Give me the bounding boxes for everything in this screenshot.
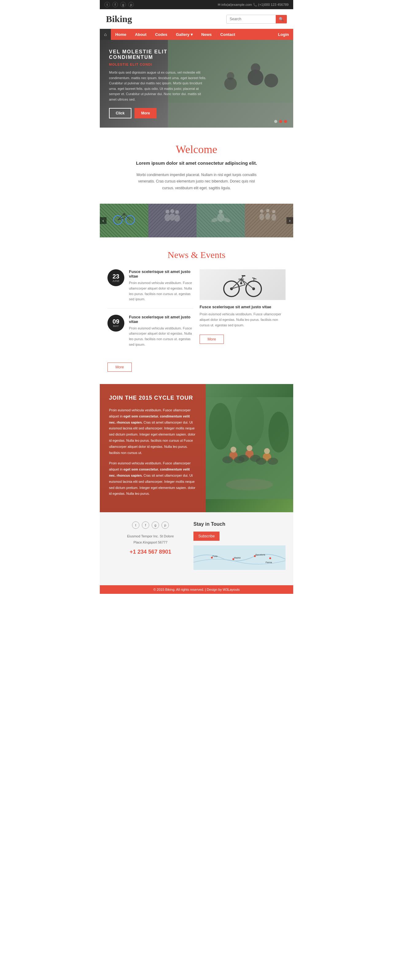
svg-point-47 <box>268 412 289 452</box>
news-right-more-button[interactable]: More <box>200 335 224 344</box>
nav-home-icon[interactable]: ⌂ <box>100 29 111 40</box>
footer-facebook[interactable]: f <box>142 522 149 529</box>
dot-2[interactable] <box>279 120 282 123</box>
social-links[interactable]: t f g p <box>104 2 136 7</box>
gallery-strip: ‹ <box>100 204 293 237</box>
search-input[interactable] <box>227 15 276 23</box>
nav-contact[interactable]: Contact <box>216 29 240 40</box>
join-paragraph-2: Proin euismod vehicula vestibulum. Fusce… <box>109 460 196 497</box>
news-right: Fusce scelerisque sit amet justo vitae P… <box>200 269 286 372</box>
footer-pinterest[interactable]: p <box>161 522 169 529</box>
join-paragraph-1: Proin euismod vehicula vestibulum. Fusce… <box>109 407 196 456</box>
news-content-2: Fusce scelerisque sit amet justo vitae P… <box>129 315 193 347</box>
google-link[interactable]: g <box>120 2 126 7</box>
svg-point-51 <box>230 447 236 452</box>
dot-1[interactable] <box>274 120 277 123</box>
svg-point-24 <box>260 210 264 213</box>
site-header: Biking 🔍 <box>100 9 293 29</box>
svg-point-14 <box>166 210 169 214</box>
footer-phone: +1 234 567 8901 <box>107 549 193 555</box>
svg-point-5 <box>264 74 278 88</box>
svg-text:Porto: Porto <box>212 555 218 557</box>
svg-point-59 <box>264 448 270 454</box>
news-item-2: 09 MAY Fusce scelerisque sit amet justo … <box>107 315 193 353</box>
twitter-link[interactable]: t <box>104 2 110 7</box>
svg-point-53 <box>222 457 233 463</box>
hero-subtitle: MOLESTIE ELIT CONDI <box>109 62 207 66</box>
hero-buttons: Click More <box>109 108 207 118</box>
svg-point-28 <box>265 213 270 220</box>
nav-codes[interactable]: Codes <box>151 29 172 40</box>
hero-title: VEL MOLESTIE ELIT CONDIMENTUM <box>109 49 207 60</box>
news-item-1: 23 JUNE Fusce scelerisque sit amet justo… <box>107 269 193 308</box>
svg-line-10 <box>124 214 130 220</box>
nav-about[interactable]: About <box>131 29 151 40</box>
gallery-image-4[interactable] <box>245 204 294 237</box>
welcome-section: Welcome Lorem ipsum dolor sit amet conse… <box>100 127 293 204</box>
hero-click-button[interactable]: Click <box>109 108 131 118</box>
nav-home[interactable]: Home <box>111 29 131 40</box>
news-left: 23 JUNE Fusce scelerisque sit amet justo… <box>107 269 193 372</box>
subscribe-button[interactable]: Subscribe <box>193 531 219 541</box>
hero-text: Morbi quis sed dignissim augue ut ex cur… <box>109 70 207 102</box>
news-content-1: Fusce scelerisque sit amet justo vitae P… <box>129 269 193 302</box>
svg-point-46 <box>209 403 232 450</box>
nav-login[interactable]: Login <box>274 29 293 40</box>
site-logo: Biking <box>106 14 132 24</box>
hero-dots <box>274 120 287 123</box>
nav-news[interactable]: News <box>197 29 216 40</box>
nav-gallery[interactable]: Gallery ▾ <box>172 29 197 40</box>
svg-point-21 <box>217 213 224 222</box>
cyclist-svg-3 <box>208 207 233 224</box>
dot-3[interactable] <box>284 120 287 123</box>
gallery-image-3[interactable] <box>196 204 245 237</box>
search-button[interactable]: 🔍 <box>276 15 287 23</box>
join-heading: JOIN THE 2015 CYCLE TOUR <box>109 395 196 401</box>
stay-in-touch: Stay in Touch Subscribe Porto Madrid <box>193 522 286 570</box>
top-bar: t f g p ✉ info(at)example.com 📞 (+1)000 … <box>100 0 293 9</box>
gallery-image-2[interactable] <box>148 204 197 237</box>
welcome-subtitle: Lorem ipsum dolor sit amet consectetur a… <box>112 161 281 165</box>
svg-line-42 <box>254 278 254 282</box>
svg-text:Barcelona: Barcelona <box>256 554 265 556</box>
news-bike-image <box>200 269 286 300</box>
svg-point-60 <box>267 458 278 465</box>
footer-twitter[interactable]: t <box>132 522 139 529</box>
news-left-more-button[interactable]: More <box>107 363 132 372</box>
facebook-link[interactable]: f <box>112 2 118 7</box>
gallery-prev-button[interactable]: ‹ <box>100 217 107 224</box>
svg-point-61 <box>256 458 266 465</box>
news-section: News & Events 23 JUNE Fusce scelerisque … <box>100 237 293 384</box>
svg-point-66 <box>269 557 271 559</box>
gallery-image-1[interactable] <box>100 204 148 237</box>
hero-more-button[interactable]: More <box>134 108 157 118</box>
svg-point-19 <box>174 215 180 222</box>
news-heading: News & Events <box>107 250 286 260</box>
svg-point-57 <box>238 455 249 462</box>
footer-left: t f g p Eiusmod Tempor Inc. St Dolore Pl… <box>107 522 193 570</box>
main-nav: ⌂ Home About Codes Gallery ▾ News Contac… <box>100 29 293 40</box>
hero-section: VEL MOLESTIE ELIT CONDIMENTUM MOLESTIE E… <box>100 40 293 127</box>
pinterest-link[interactable]: p <box>128 2 134 7</box>
news-grid: 23 JUNE Fusce scelerisque sit amet justo… <box>107 269 286 372</box>
welcome-heading: Welcome <box>112 143 281 156</box>
svg-point-55 <box>246 445 252 451</box>
news-date-2: 09 MAY <box>107 315 125 332</box>
copyright-text: © 2015 Biking. All rights reserved. | De… <box>153 588 240 591</box>
footer-address: Eiusmod Tempor Inc. St Dolore Place.King… <box>107 533 193 546</box>
svg-point-20 <box>219 210 223 214</box>
footer-google[interactable]: g <box>152 522 159 529</box>
stay-in-touch-heading: Stay in Touch <box>193 522 286 527</box>
svg-text:Madrid: Madrid <box>234 557 241 559</box>
svg-point-16 <box>175 210 179 214</box>
cyclists-svg-4 <box>257 207 281 224</box>
welcome-text: Morbi condimentum imperdiet placerat. Nu… <box>135 172 258 192</box>
map-placeholder: Porto Madrid Barcelona Parma <box>193 546 286 570</box>
svg-point-18 <box>169 213 175 221</box>
svg-point-48 <box>235 395 264 447</box>
svg-point-2 <box>251 63 260 73</box>
gallery-next-button[interactable]: › <box>286 217 293 224</box>
svg-point-27 <box>259 213 264 220</box>
email-info: ✉ info(at)example.com <box>218 3 252 6</box>
svg-point-49 <box>226 479 273 490</box>
